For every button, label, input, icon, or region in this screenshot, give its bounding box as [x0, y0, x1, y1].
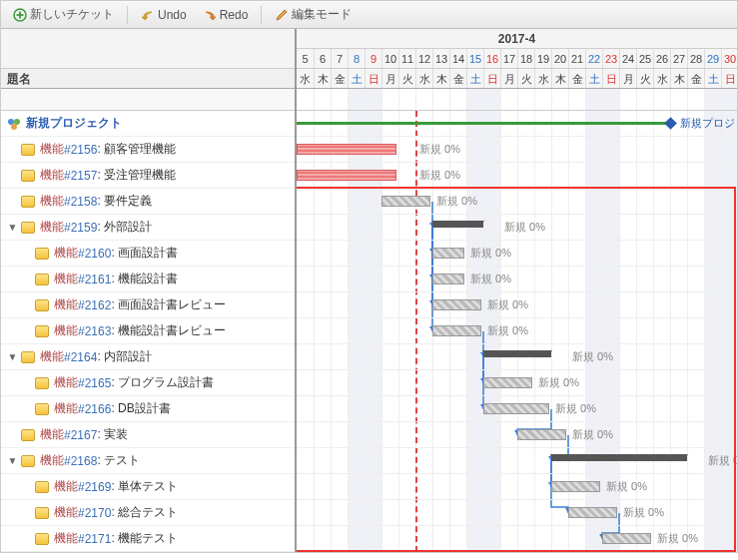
timeline-body[interactable]: 新規プロジェクト 新規 0%新規 0%新規 0%新規 0%新規 0%新規 0%新…	[297, 111, 737, 552]
task-id[interactable]: #2170	[78, 506, 111, 520]
gantt-bar[interactable]	[483, 350, 551, 357]
gantt-bar[interactable]	[432, 221, 483, 228]
task-row[interactable]: ▼機能 #2159: 外部設計	[1, 215, 295, 241]
day-header-cell[interactable]: 17	[500, 49, 517, 68]
timeline-row[interactable]: 新規 0%	[297, 267, 737, 292]
task-id[interactable]: #2163	[78, 324, 111, 338]
gantt-bar[interactable]	[551, 454, 687, 461]
day-header-cell[interactable]: 12	[415, 49, 432, 68]
gantt-bar[interactable]	[297, 144, 396, 155]
timeline-row[interactable]: 新規 0%	[297, 241, 737, 267]
task-id[interactable]: #2160	[78, 247, 111, 261]
day-header-cell[interactable]: 23	[602, 49, 619, 68]
task-id[interactable]: #2162	[78, 298, 111, 312]
task-row[interactable]: 機能 #2169: 単体テスト	[1, 474, 295, 500]
day-header-cell[interactable]: 26	[653, 49, 670, 68]
timeline-row[interactable]: 新規 0%	[297, 189, 737, 215]
day-header-cell[interactable]: 27	[670, 49, 687, 68]
timeline-row[interactable]: 新規 0%	[297, 370, 737, 396]
day-header-cell[interactable]: 25	[636, 49, 653, 68]
timeline-row[interactable]: 新規 0%	[297, 448, 737, 474]
timeline-row-project[interactable]: 新規プロジェクト	[297, 111, 737, 137]
task-row[interactable]: 機能 #2161: 機能設計書	[1, 267, 295, 292]
task-id[interactable]: #2157	[64, 169, 97, 183]
day-header-cell[interactable]: 18	[517, 49, 534, 68]
tree-toggle[interactable]: ▼	[7, 351, 18, 362]
day-header-cell[interactable]: 8	[348, 49, 365, 68]
gantt-bar[interactable]	[517, 429, 566, 440]
task-id[interactable]: #2171	[78, 532, 111, 546]
task-row[interactable]: 機能 #2158: 要件定義	[1, 189, 295, 215]
day-header-cell[interactable]: 15	[466, 49, 483, 68]
task-row[interactable]: 機能 #2170: 総合テスト	[1, 500, 295, 526]
task-id[interactable]: #2168	[64, 454, 97, 468]
day-header-cell[interactable]: 7	[331, 49, 348, 68]
timeline-row[interactable]: 新規 0%	[297, 500, 737, 526]
undo-button[interactable]: Undo	[135, 6, 193, 24]
timeline-row[interactable]: 新規 0%	[297, 163, 737, 189]
task-id[interactable]: #2159	[64, 221, 97, 235]
project-milestone[interactable]	[664, 117, 677, 130]
redo-button[interactable]: Redo	[197, 6, 255, 24]
day-header-cell[interactable]: 10	[381, 49, 398, 68]
timeline-row[interactable]: 新規 0%	[297, 344, 737, 370]
task-id[interactable]: #2165	[78, 376, 111, 390]
new-ticket-button[interactable]: 新しいチケット	[7, 4, 120, 25]
task-id[interactable]: #2167	[64, 428, 97, 442]
day-header-cell[interactable]: 11	[398, 49, 415, 68]
day-header-cell[interactable]: 14	[449, 49, 466, 68]
task-row[interactable]: 機能 #2156: 顧客管理機能	[1, 137, 295, 163]
task-row[interactable]: ▼機能 #2164: 内部設計	[1, 344, 295, 370]
task-row[interactable]: 機能 #2165: プログラム設計書	[1, 370, 295, 396]
task-id[interactable]: #2158	[64, 195, 97, 209]
gantt-bar[interactable]	[551, 481, 600, 492]
task-row[interactable]: 機能 #2167: 実装	[1, 422, 295, 448]
project-summary-bar[interactable]	[297, 122, 670, 125]
task-row[interactable]: 機能 #2157: 受注管理機能	[1, 163, 295, 189]
gantt-bar[interactable]	[432, 299, 481, 310]
day-header-cell[interactable]: 29	[704, 49, 721, 68]
day-header-cell[interactable]: 16	[483, 49, 500, 68]
task-id[interactable]: #2161	[78, 273, 111, 286]
edit-mode-button[interactable]: 編集モード	[269, 4, 358, 25]
day-header-cell[interactable]: 19	[534, 49, 551, 68]
day-header-cell[interactable]: 24	[619, 49, 636, 68]
timeline-row[interactable]: 新規 0%	[297, 215, 737, 241]
day-header-cell[interactable]: 30	[721, 49, 737, 68]
gantt-bar[interactable]	[381, 196, 430, 207]
timeline-row[interactable]: 新規 0%	[297, 474, 737, 500]
day-header-cell[interactable]: 6	[314, 49, 331, 68]
timeline-row[interactable]: 新規 0%	[297, 137, 737, 163]
gantt-bar[interactable]	[568, 507, 617, 518]
task-id[interactable]: #2164	[64, 350, 97, 364]
timeline-row[interactable]: 新規 0%	[297, 396, 737, 422]
task-id[interactable]: #2169	[78, 480, 111, 494]
gantt-bar[interactable]	[483, 377, 532, 388]
task-row[interactable]: ▼機能 #2168: テスト	[1, 448, 295, 474]
task-row[interactable]: 機能 #2166: DB設計書	[1, 396, 295, 422]
day-header-cell[interactable]: 20	[551, 49, 568, 68]
project-row[interactable]: 新規プロジェクト	[1, 111, 295, 137]
title-column-header[interactable]: 題名	[1, 69, 295, 89]
day-header-cell[interactable]: 9	[365, 49, 381, 68]
timeline-row[interactable]: 新規 0%	[297, 292, 737, 318]
gantt-bar[interactable]	[432, 325, 481, 336]
day-header-cell[interactable]: 5	[297, 49, 314, 68]
task-id[interactable]: #2166	[78, 402, 111, 416]
tree-toggle[interactable]: ▼	[7, 455, 18, 466]
gantt-bar[interactable]	[432, 274, 464, 284]
timeline-row[interactable]: 新規 0%	[297, 422, 737, 448]
gantt-bar[interactable]	[602, 533, 651, 544]
gantt-bar[interactable]	[432, 248, 464, 259]
gantt-bar[interactable]	[483, 403, 549, 414]
gantt-bar[interactable]	[297, 170, 396, 181]
tree-toggle[interactable]: ▼	[7, 222, 18, 233]
task-row[interactable]: 機能 #2160: 画面設計書	[1, 241, 295, 267]
task-row[interactable]: 機能 #2163: 機能設計書レビュー	[1, 318, 295, 344]
timeline-row[interactable]: 新規 0%	[297, 526, 737, 552]
task-row[interactable]: 機能 #2162: 画面設計書レビュー	[1, 292, 295, 318]
day-header-cell[interactable]: 22	[585, 49, 602, 68]
day-header-cell[interactable]: 28	[687, 49, 704, 68]
timeline-row[interactable]: 新規 0%	[297, 318, 737, 344]
day-header-cell[interactable]: 13	[432, 49, 449, 68]
